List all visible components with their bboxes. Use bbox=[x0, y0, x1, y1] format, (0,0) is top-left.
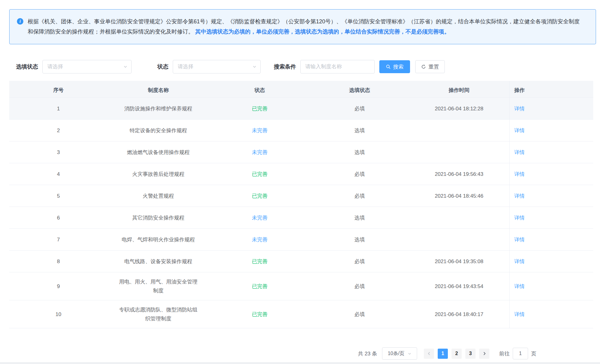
fill-status-cell: 必填 bbox=[310, 272, 409, 300]
fill-status-cell: 必填 bbox=[310, 98, 409, 119]
status-cell: 已完善 bbox=[209, 300, 310, 328]
institution-name-cell: 专职或志愿消防队、微型消防站组织管理制度 bbox=[108, 300, 209, 328]
row-filler bbox=[529, 251, 593, 272]
row-filler bbox=[529, 272, 593, 300]
goto-label: 前往 bbox=[499, 350, 510, 357]
header-filler bbox=[529, 81, 593, 100]
table-row: 5火警处置规程已完善必填2021-06-04 18:45:46详情 bbox=[9, 185, 593, 207]
detail-link[interactable]: 详情 bbox=[509, 163, 529, 185]
fill-status-cell: 选填 bbox=[310, 207, 409, 228]
detail-link[interactable]: 详情 bbox=[509, 251, 529, 272]
fill-status-cell: 必填 bbox=[310, 185, 409, 207]
chevron-down-icon bbox=[408, 352, 412, 356]
status-cell: 已完善 bbox=[209, 272, 310, 300]
operation-time-cell: 2021-06-04 18:12:28 bbox=[409, 98, 509, 119]
institution-name-cell: 燃油燃气设备使用操作规程 bbox=[108, 141, 209, 163]
fill-status-cell: 选填 bbox=[310, 229, 409, 250]
page: i 根据《机关、团体、企业、事业单位消防安全管理规定》公安部令第61号）规定、《… bbox=[0, 0, 600, 364]
filter-bar: 选填状态 状态 搜索条件 搜索 bbox=[16, 60, 445, 73]
institution-name-cell: 电焊、气焊和明火作业操作规程 bbox=[108, 229, 209, 250]
column-header-status: 状态 bbox=[209, 81, 310, 100]
goto-suffix: 页 bbox=[531, 350, 536, 357]
search-button[interactable]: 搜索 bbox=[379, 60, 410, 73]
pagination: 共 23 条 10条/页 123 前往 页 bbox=[358, 347, 536, 360]
page-button-3[interactable]: 3 bbox=[465, 349, 476, 359]
detail-link[interactable]: 详情 bbox=[509, 98, 529, 119]
banner-text-highlight: 其中选填状态为必填的，单位必须完善，选填状态为选填的，单位结合实际情况完善，不是… bbox=[195, 29, 450, 35]
detail-link[interactable]: 详情 bbox=[509, 272, 529, 300]
table-row: 8电气线路、设备安装操作规程已完善必填2021-06-04 19:35:08详情 bbox=[9, 251, 593, 272]
chevron-left-icon bbox=[427, 351, 431, 356]
detail-link[interactable]: 详情 bbox=[509, 185, 529, 207]
row-filler bbox=[529, 207, 593, 228]
reset-button[interactable]: 重置 bbox=[415, 60, 445, 73]
operation-time-cell: 2021-06-04 18:40:17 bbox=[409, 300, 509, 328]
detail-link[interactable]: 详情 bbox=[509, 300, 529, 328]
operation-time-cell bbox=[409, 120, 509, 141]
page-size-value: 10条/页 bbox=[388, 350, 404, 357]
table-row: 10专职或志愿消防队、微型消防站组织管理制度已完善必填2021-06-04 18… bbox=[9, 300, 593, 328]
next-page-button[interactable] bbox=[479, 349, 489, 359]
status-cell: 已完善 bbox=[209, 251, 310, 272]
table-row: 4火灾事故善后处理规程已完善必填2021-06-04 19:56:43详情 bbox=[9, 163, 593, 185]
status-cell: 已完善 bbox=[209, 185, 310, 207]
row-index-cell: 3 bbox=[9, 141, 108, 163]
detail-link[interactable]: 详情 bbox=[509, 141, 529, 163]
search-condition-label: 搜索条件 bbox=[274, 63, 296, 70]
status-cell: 未完善 bbox=[209, 229, 310, 250]
row-index-cell: 1 bbox=[9, 98, 108, 119]
row-filler bbox=[529, 120, 593, 141]
row-filler bbox=[529, 141, 593, 163]
optional-status-select-input[interactable] bbox=[47, 64, 121, 70]
banner-text: 根据《机关、团体、企业、事业单位消防安全管理规定》公安部令第61号）规定、《消防… bbox=[28, 17, 584, 37]
fill-status-cell: 必填 bbox=[310, 251, 409, 272]
table-row: 6其它消防安全操作规程未完善选填详情 bbox=[9, 207, 593, 229]
page-button-2[interactable]: 2 bbox=[452, 349, 462, 359]
regulations-table: 序号 制度名称 状态 选填状态 操作时间 操作 1消防设施操作和维护保养规程已完… bbox=[9, 81, 593, 328]
operation-time-cell: 2021-06-04 18:45:46 bbox=[409, 185, 509, 207]
status-cell: 未完善 bbox=[209, 141, 310, 163]
row-index-cell: 5 bbox=[9, 185, 108, 207]
row-index-cell: 9 bbox=[9, 272, 108, 300]
institution-name-cell: 消防设施操作和维护保养规程 bbox=[108, 98, 209, 119]
institution-name-cell: 火灾事故善后处理规程 bbox=[108, 163, 209, 185]
table-row: 3燃油燃气设备使用操作规程未完善选填详情 bbox=[9, 141, 593, 163]
goto-page-input[interactable] bbox=[513, 348, 528, 359]
operation-time-cell bbox=[409, 229, 509, 250]
operation-time-cell: 2021-06-04 19:35:08 bbox=[409, 251, 509, 272]
search-icon bbox=[386, 64, 391, 69]
fill-status-cell: 选填 bbox=[310, 141, 409, 163]
page-size-select[interactable]: 10条/页 bbox=[382, 347, 417, 360]
optional-status-select[interactable] bbox=[42, 60, 132, 73]
row-index-cell: 2 bbox=[9, 120, 108, 141]
row-filler bbox=[529, 98, 593, 119]
detail-link[interactable]: 详情 bbox=[509, 229, 529, 250]
operation-time-cell bbox=[409, 207, 509, 228]
row-index-cell: 7 bbox=[9, 229, 108, 250]
status-label: 状态 bbox=[157, 63, 168, 70]
status-select[interactable] bbox=[173, 60, 261, 73]
chevron-right-icon bbox=[482, 351, 487, 356]
page-button-1[interactable]: 1 bbox=[438, 349, 448, 359]
chevron-down-icon bbox=[252, 65, 257, 69]
reset-button-label: 重置 bbox=[428, 63, 439, 70]
prev-page-button[interactable] bbox=[424, 349, 434, 359]
column-header-time: 操作时间 bbox=[409, 81, 509, 100]
status-cell: 未完善 bbox=[209, 120, 310, 141]
search-input[interactable] bbox=[305, 64, 371, 70]
operation-time-cell: 2021-06-04 19:43:54 bbox=[409, 272, 509, 300]
fill-status-cell: 必填 bbox=[310, 163, 409, 185]
total-count: 共 23 条 bbox=[358, 350, 377, 357]
institution-name-cell: 其它消防安全操作规程 bbox=[108, 207, 209, 228]
status-cell: 未完善 bbox=[209, 207, 310, 228]
table-row: 1消防设施操作和维护保养规程已完善必填2021-06-04 18:12:28详情 bbox=[9, 98, 593, 120]
status-cell: 已完善 bbox=[209, 98, 310, 119]
row-filler bbox=[529, 300, 593, 328]
fill-status-cell: 选填 bbox=[310, 120, 409, 141]
column-header-name: 制度名称 bbox=[108, 81, 209, 100]
status-select-input[interactable] bbox=[178, 64, 251, 70]
detail-link[interactable]: 详情 bbox=[509, 120, 529, 141]
operation-time-cell bbox=[409, 141, 509, 163]
column-header-action: 操作 bbox=[509, 81, 529, 100]
detail-link[interactable]: 详情 bbox=[509, 207, 529, 228]
